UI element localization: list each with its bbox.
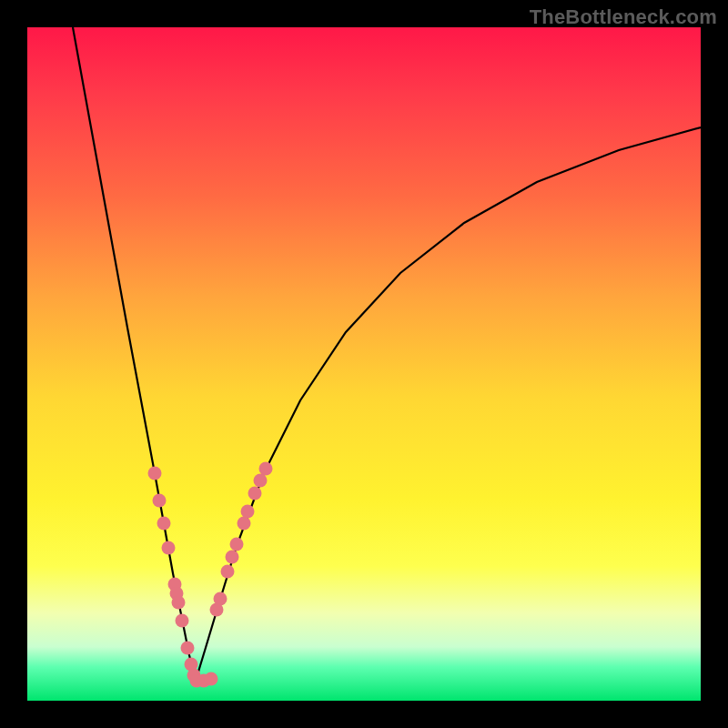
sample-dot [153, 494, 167, 508]
sample-dot [248, 487, 262, 500]
sample-dot [221, 565, 235, 579]
bottleneck-chart [27, 27, 701, 701]
sample-dot [254, 474, 268, 488]
sample-dot [214, 592, 228, 606]
sample-dot [157, 517, 171, 531]
sample-dot [176, 614, 189, 628]
sample-dot [148, 467, 162, 480]
sample-dot [259, 462, 273, 476]
sample-dot [205, 672, 218, 686]
curve-right-branch [196, 127, 701, 681]
sample-dot [226, 551, 239, 564]
watermark-text: TheBottleneck.com [530, 5, 717, 29]
sample-dots-group [148, 462, 273, 688]
sample-dot [181, 642, 195, 655]
sample-dot [238, 517, 251, 531]
sample-dot [230, 538, 244, 551]
sample-dot [241, 505, 255, 519]
sample-dot [162, 541, 176, 555]
sample-dot [172, 596, 186, 610]
